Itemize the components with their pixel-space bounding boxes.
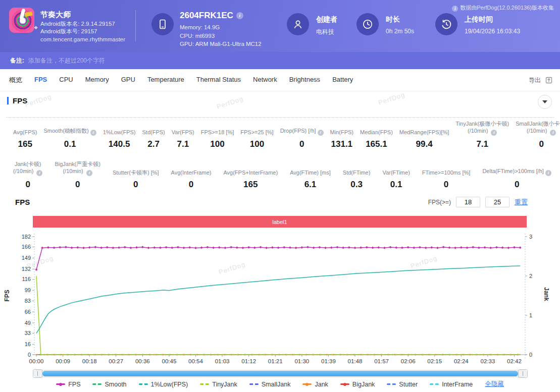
duration-icon bbox=[357, 13, 379, 35]
tab-GPU[interactable]: GPU bbox=[121, 76, 135, 85]
app-title: 节奏大师 bbox=[40, 10, 71, 20]
tab-Memory[interactable]: Memory bbox=[85, 76, 109, 85]
tab-Thermal Status[interactable]: Thermal Status bbox=[196, 76, 241, 85]
stat-Median(FPS): Median(FPS)165.1 bbox=[360, 129, 393, 149]
svg-text:116: 116 bbox=[22, 276, 31, 282]
note-label: 备注: bbox=[10, 57, 24, 65]
legend-label: 1%Low(FPS) bbox=[151, 381, 188, 388]
legend-item-Jank[interactable]: Jank bbox=[302, 381, 328, 388]
legend-label: InterFrame bbox=[442, 381, 473, 388]
svg-text:3: 3 bbox=[529, 234, 532, 240]
legend-item-Smooth[interactable]: Smooth bbox=[92, 381, 126, 388]
svg-text:01:30: 01:30 bbox=[294, 358, 309, 364]
legend-item-TinyJank[interactable]: TinyJank bbox=[200, 381, 237, 388]
stat-value: 100 bbox=[240, 139, 273, 149]
device-gpu: GPU: ARM Mali-G1-Ultra MC12 bbox=[180, 40, 262, 48]
panel-title: FPS bbox=[13, 96, 27, 105]
svg-text:02:15: 02:15 bbox=[427, 358, 442, 364]
svg-text:182: 182 bbox=[22, 234, 31, 240]
stat-value: 0 bbox=[516, 139, 560, 149]
stat-value: 0 bbox=[13, 180, 42, 190]
annotation-band[interactable]: label1 bbox=[33, 216, 527, 228]
export-label[interactable]: 导出 bbox=[529, 76, 541, 85]
legend-label: BigJank bbox=[352, 381, 375, 388]
legend-marker bbox=[92, 382, 101, 387]
svg-text:0: 0 bbox=[529, 352, 532, 358]
info-icon[interactable]: i bbox=[545, 170, 551, 176]
device-info-icon[interactable]: i bbox=[236, 12, 243, 19]
collapse-panel-button[interactable] bbox=[538, 95, 552, 109]
info-icon: i bbox=[452, 6, 458, 12]
legend-marker bbox=[430, 382, 439, 387]
android-version-code: Android版本号: 29157 bbox=[40, 28, 115, 35]
chart-controls: FPS(>=) 重置 bbox=[428, 197, 528, 207]
svg-text:66: 66 bbox=[25, 309, 31, 315]
upload-time-icon bbox=[435, 13, 457, 35]
tab-Temperature[interactable]: Temperature bbox=[147, 76, 184, 85]
legend-marker bbox=[387, 382, 396, 387]
tab-Battery[interactable]: Battery bbox=[332, 76, 353, 85]
info-icon[interactable]: i bbox=[318, 130, 324, 136]
legend-item-BigJank[interactable]: BigJank bbox=[340, 381, 375, 388]
export-icon[interactable] bbox=[545, 76, 553, 84]
legend-label: Stutter bbox=[399, 381, 418, 388]
tab-Network[interactable]: Network bbox=[253, 76, 277, 85]
svg-text:02:06: 02:06 bbox=[401, 358, 416, 364]
legend-item-SmallJank[interactable]: SmallJank bbox=[249, 381, 291, 388]
chart-title: FPS bbox=[15, 198, 30, 206]
android-icon: ❖ bbox=[34, 24, 38, 32]
fps-threshold-input-2[interactable] bbox=[485, 197, 510, 207]
stat-value: 165.1 bbox=[360, 139, 393, 149]
fps-chart[interactable]: 0163349668399116132149166182012300:0000:… bbox=[0, 230, 560, 369]
legend-marker bbox=[340, 382, 349, 387]
info-icon[interactable]: i bbox=[86, 170, 92, 176]
tab-概览[interactable]: 概览 bbox=[9, 76, 22, 85]
info-icon[interactable]: i bbox=[90, 130, 96, 136]
stat-value: 2.7 bbox=[142, 139, 165, 149]
divider bbox=[6, 117, 554, 118]
tab-Brightness[interactable]: Brightness bbox=[289, 76, 320, 85]
scrollbar-left-handle[interactable] bbox=[33, 369, 42, 378]
tab-CPU[interactable]: CPU bbox=[59, 76, 73, 85]
svg-text:02:33: 02:33 bbox=[481, 358, 495, 364]
svg-text:00:45: 00:45 bbox=[162, 358, 177, 364]
upload-time-value: 19/04/2026 16:03:43 bbox=[465, 28, 520, 35]
legend-label: SmallJank bbox=[262, 381, 291, 388]
legend-item-Stutter[interactable]: Stutter bbox=[387, 381, 418, 388]
hide-all-link[interactable]: 全隐藏 bbox=[485, 380, 504, 388]
stat-value: 0.3 bbox=[343, 180, 371, 190]
device-name: 2604FRK1ECi bbox=[180, 11, 243, 21]
svg-text:01:39: 01:39 bbox=[321, 358, 336, 364]
legend-item-1%Low(FPS)[interactable]: 1%Low(FPS) bbox=[139, 381, 188, 388]
info-icon[interactable]: i bbox=[550, 130, 556, 136]
svg-text:01:03: 01:03 bbox=[215, 358, 230, 364]
scrollbar-range[interactable] bbox=[42, 371, 518, 376]
stat-Std(FPS): Std(FPS)2.7 bbox=[142, 129, 165, 149]
info-icon[interactable]: i bbox=[491, 130, 497, 136]
chart-scrollbar[interactable] bbox=[33, 370, 527, 377]
stat-value: 140.5 bbox=[103, 139, 136, 149]
stat-FPS>=18 [%]: FPS>=18 [%]100 bbox=[201, 129, 234, 149]
svg-text:01:57: 01:57 bbox=[374, 358, 389, 364]
stat-Jank(卡顿): Jank(卡顿)(/10min) i0 bbox=[13, 160, 42, 190]
fps-threshold-input-1[interactable] bbox=[456, 197, 480, 207]
fps-threshold-label: FPS(>=) bbox=[428, 199, 451, 206]
reset-link[interactable]: 重置 bbox=[515, 198, 528, 207]
legend-item-FPS[interactable]: FPS bbox=[56, 381, 80, 388]
info-icon[interactable]: i bbox=[36, 170, 42, 176]
legend-item-InterFrame[interactable]: InterFrame bbox=[430, 381, 473, 388]
scrollbar-right-handle[interactable] bbox=[518, 369, 528, 378]
legend-label: Jank bbox=[315, 381, 328, 388]
note-input[interactable] bbox=[28, 57, 550, 64]
stat-Avg(FTime) [ms]: Avg(FTime) [ms]6.1 bbox=[290, 169, 331, 190]
stat-BigJank(严重卡顿): BigJank(严重卡顿)(/10min) i0 bbox=[55, 160, 100, 190]
app-package: com.tencent.game.rhythmmaster bbox=[40, 36, 125, 42]
svg-text:49: 49 bbox=[25, 320, 31, 326]
stat-Var(FTime): Var(FTime)0.1 bbox=[382, 169, 410, 190]
svg-text:02:42: 02:42 bbox=[507, 358, 522, 364]
stat-value: 0 bbox=[55, 180, 100, 190]
stat-Avg(InterFrame): Avg(InterFrame)0 bbox=[171, 169, 212, 190]
svg-text:2: 2 bbox=[529, 273, 532, 279]
tab-FPS[interactable]: FPS bbox=[34, 76, 47, 85]
svg-text:00:18: 00:18 bbox=[82, 358, 97, 364]
